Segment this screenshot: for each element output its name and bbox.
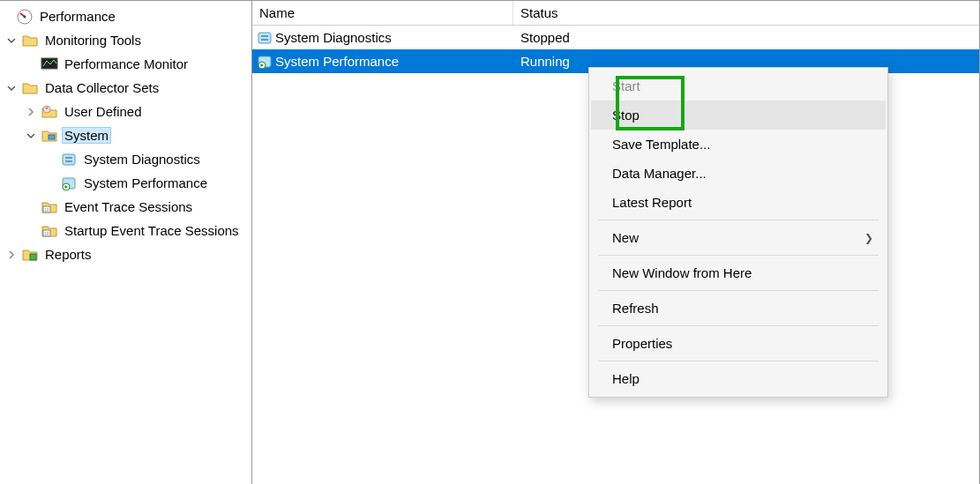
trace-folder-icon: 10 (41, 198, 58, 216)
chevron-down-icon[interactable] (26, 131, 41, 140)
svg-rect-17 (261, 35, 268, 37)
svg-rect-5 (49, 135, 55, 139)
menu-label: Data Manager... (612, 166, 707, 181)
reports-folder-icon (21, 246, 39, 264)
menu-label: Refresh (612, 301, 659, 316)
menu-separator (598, 290, 879, 291)
menu-item-refresh[interactable]: Refresh (591, 294, 886, 323)
tree-label: Performance Monitor (62, 56, 191, 72)
cell-name: System Diagnostics (275, 30, 392, 45)
menu-item-save-template[interactable]: Save Template... (591, 130, 886, 159)
menu-separator (598, 361, 879, 361)
tree-label: System Diagnostics (81, 151, 203, 168)
menu-label: Start (612, 78, 640, 93)
trace-folder-icon: 10 (41, 222, 58, 240)
column-header-status[interactable]: Status (513, 1, 979, 25)
tree-item-performance[interactable]: Performance (0, 4, 251, 28)
tree-item-data-collector-sets[interactable]: Data Collector Sets (0, 76, 251, 100)
svg-rect-16 (258, 33, 271, 43)
collector-running-icon (256, 53, 273, 71)
menu-item-start: Start (591, 71, 886, 101)
chevron-right-icon[interactable] (26, 108, 41, 116)
chevron-down-icon[interactable] (7, 84, 21, 93)
column-header-label: Name (259, 5, 295, 20)
svg-rect-7 (65, 157, 72, 159)
tree-item-system-diagnostics[interactable]: System Diagnostics (0, 147, 251, 171)
tree-label: Startup Event Trace Sessions (62, 222, 242, 239)
svg-rect-18 (261, 39, 268, 41)
tree-item-system-performance[interactable]: System Performance (0, 171, 251, 195)
tree-item-event-trace-sessions[interactable]: 10 Event Trace Sessions (0, 195, 251, 219)
tree-item-performance-monitor[interactable]: Performance Monitor (0, 52, 251, 76)
cell-status: Running (513, 54, 570, 69)
collector-icon (60, 151, 78, 168)
menu-label: New (612, 230, 639, 245)
tree-label: Data Collector Sets (42, 79, 161, 96)
submenu-arrow-icon: ❯ (864, 232, 873, 244)
menu-item-latest-report[interactable]: Latest Report (591, 188, 886, 217)
menu-label: Properties (612, 336, 672, 351)
tree-label: Performance (37, 8, 118, 25)
tree-item-monitoring-tools[interactable]: Monitoring Tools (0, 28, 251, 52)
folder-icon (21, 79, 39, 97)
cell-status: Stopped (513, 30, 570, 45)
column-header-name[interactable]: Name (252, 1, 513, 25)
menu-label: Stop (612, 108, 640, 123)
folder-icon (21, 32, 39, 49)
chevron-right-icon[interactable] (7, 250, 21, 259)
menu-separator (598, 255, 879, 256)
menu-separator (598, 325, 879, 326)
monitor-icon (41, 56, 58, 73)
tree-pane: Performance Monitoring Tools Performance… (0, 1, 252, 484)
tree-label: Event Trace Sessions (62, 198, 195, 215)
menu-label: New Window from Here (612, 265, 752, 280)
column-header-label: Status (520, 5, 558, 20)
tree-item-system[interactable]: System (0, 123, 251, 147)
tree-label: System Performance (81, 175, 210, 191)
tree-item-user-defined[interactable]: User Defined (0, 100, 251, 123)
menu-item-stop[interactable]: Stop (591, 101, 886, 130)
svg-rect-15 (30, 254, 36, 260)
tree-label: System (62, 127, 111, 144)
svg-text:10: 10 (44, 231, 49, 236)
menu-item-new-window[interactable]: New Window from Here (591, 258, 886, 287)
menu-label: Latest Report (612, 195, 692, 210)
collector-icon (256, 29, 273, 47)
tree-label: Monitoring Tools (42, 32, 144, 48)
system-folder-icon (41, 127, 58, 145)
context-menu: Start Stop Save Template... Data Manager… (588, 67, 888, 398)
svg-text:10: 10 (44, 207, 49, 212)
svg-rect-6 (63, 154, 75, 165)
svg-rect-8 (65, 160, 72, 162)
user-folder-icon (41, 103, 58, 121)
menu-separator (598, 220, 879, 220)
collector-running-icon (60, 175, 78, 192)
cell-name: System Performance (275, 54, 399, 69)
list-row[interactable]: System Diagnostics Stopped (252, 26, 979, 49)
tree-item-reports[interactable]: Reports (0, 242, 251, 266)
list-header: Name Status (252, 1, 979, 26)
menu-label: Help (612, 371, 640, 386)
menu-item-new[interactable]: New❯ (591, 223, 886, 252)
tree-label: User Defined (62, 103, 145, 120)
perfmon-icon (16, 8, 34, 26)
menu-label: Save Template... (612, 137, 710, 152)
svg-point-1 (24, 15, 26, 18)
menu-item-data-manager[interactable]: Data Manager... (591, 159, 886, 188)
chevron-down-icon[interactable] (7, 36, 21, 45)
menu-item-help[interactable]: Help (591, 364, 886, 393)
menu-item-properties[interactable]: Properties (591, 329, 886, 358)
tree-item-startup-event-trace-sessions[interactable]: 10 Startup Event Trace Sessions (0, 219, 251, 242)
svg-point-4 (46, 107, 49, 109)
tree-label: Reports (42, 246, 94, 263)
